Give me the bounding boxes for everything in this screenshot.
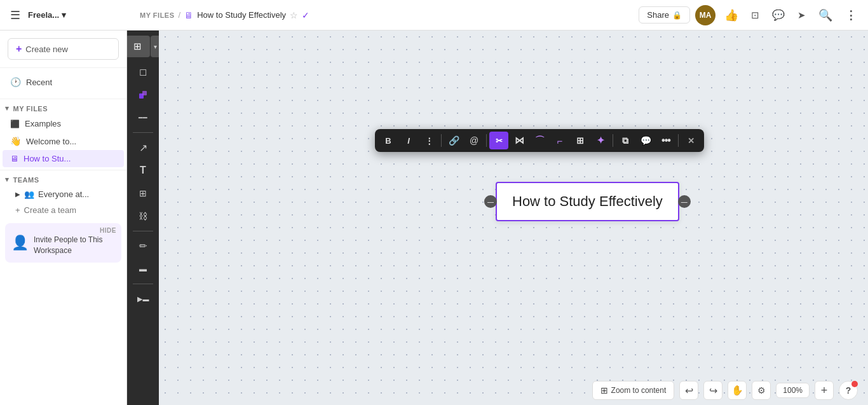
ft-italic-button[interactable]: I: [399, 132, 418, 149]
toolbar-arrow-tool[interactable]: ↗: [131, 137, 155, 158]
node-handle-right[interactable]: —: [678, 195, 691, 208]
toolbar-divider-3: [133, 284, 153, 284]
ft-curve-button[interactable]: ⌒: [530, 132, 549, 149]
toolbar-dropdown[interactable]: ▾: [151, 36, 159, 57]
toolbar-rect-tool[interactable]: ▬: [131, 258, 155, 280]
sidebar-item-create-team[interactable]: + Create a team: [0, 202, 126, 218]
hand-icon: ✋: [731, 385, 743, 396]
zoom-to-content-button[interactable]: ⊞ Zoom to content: [592, 381, 675, 400]
team-arrow: ▶: [15, 191, 20, 198]
zoom-plus-button[interactable]: +: [815, 381, 834, 400]
workspace-selector[interactable]: Freela... ▾: [28, 10, 66, 20]
recent-icon: 🕐: [10, 77, 21, 87]
redo-button[interactable]: ↪: [703, 381, 722, 400]
how-to-study-icon: 🖥: [10, 154, 18, 163]
toolbar-frame-tool[interactable]: ◻: [131, 61, 155, 83]
redo-icon: ↪: [709, 385, 717, 397]
ft-at-button[interactable]: @: [465, 132, 484, 149]
welcome-icon: 👋: [10, 136, 21, 146]
breadcrumb: MY FILES / 🖥 How to Study Effectively ☆ …: [140, 10, 634, 20]
node-handle-left[interactable]: —: [484, 195, 497, 208]
create-new-button[interactable]: + Create new: [8, 38, 119, 60]
toolbar-grid-tool[interactable]: ⊞: [131, 182, 155, 204]
sidebar-item-examples[interactable]: ⬛ Examples: [3, 115, 124, 132]
team-label: Everyone at...: [38, 189, 89, 199]
avatar[interactable]: MA: [695, 5, 715, 25]
team-icon: 👥: [24, 189, 34, 199]
comment-button[interactable]: 💬: [768, 6, 789, 24]
workspace-dropdown-icon: ▾: [62, 10, 66, 20]
create-team-label: Create a team: [24, 205, 76, 215]
ft-duplicate-button[interactable]: ⧉: [616, 132, 635, 149]
ft-link-button[interactable]: 🔗: [444, 132, 463, 149]
breadcrumb-file-icon: 🖥: [184, 10, 193, 20]
my-files-header[interactable]: ▾ MY FILES: [0, 102, 126, 115]
zoom-plus-icon: +: [821, 384, 828, 397]
hamburger-button[interactable]: ☰: [8, 6, 23, 25]
toolbar-shape-tool[interactable]: [131, 84, 155, 106]
ft-ai-button[interactable]: ✦: [591, 132, 610, 149]
ft-chat-button[interactable]: 💬: [636, 132, 655, 149]
ft-bold-button[interactable]: B: [379, 132, 398, 149]
help-question-icon: ?: [846, 385, 851, 395]
invite-avatar-icon: 👤: [11, 235, 29, 251]
toolbar-text-tool[interactable]: T: [131, 160, 155, 181]
how-to-study-label: How to Stu...: [24, 154, 71, 163]
ft-angle-button[interactable]: ⌐: [550, 132, 569, 149]
sidebar-item-recent[interactable]: 🕐 Recent: [3, 73, 124, 91]
sidebar-item-welcome[interactable]: 👋 Welcome to...: [3, 132, 124, 150]
canvas-area[interactable]: B I ⋮ 🔗 @ ✂ ⋈ ⌒ ⌐ ⊞ ✦ ⧉ 💬 ••• ✕ — How to…: [159, 31, 868, 405]
settings-button[interactable]: ⚙: [752, 381, 771, 400]
breadcrumb-title: How to Study Effectively: [197, 10, 286, 20]
ft-scissors-button[interactable]: ✂: [489, 132, 508, 149]
zoom-to-content-icon: ⊞: [600, 385, 608, 395]
ft-connect-button[interactable]: ⋈: [510, 132, 529, 149]
sidebar-item-how-to-study[interactable]: 🖥 How to Stu...: [3, 150, 124, 167]
like-button[interactable]: 👍: [721, 6, 742, 25]
share-button[interactable]: Share 🔒: [639, 6, 690, 24]
toolbar-link-tool[interactable]: ⛓: [131, 205, 155, 227]
workspace-name-label: Freela...: [28, 10, 59, 20]
floating-toolbar: B I ⋮ 🔗 @ ✂ ⋈ ⌒ ⌐ ⊞ ✦ ⧉ 💬 ••• ✕: [375, 129, 704, 152]
toolbar-divider-2: [133, 231, 153, 231]
teams-label: TEAMS: [13, 176, 39, 184]
examples-icon: ⬛: [10, 120, 20, 128]
toolbar-pen-tool[interactable]: ✏: [131, 235, 155, 257]
help-wrapper: ?: [839, 381, 858, 400]
teams-arrow: ▾: [5, 175, 10, 184]
bottom-bar: ⊞ Zoom to content ↩ ↪ ✋ ⚙ 100% + ?: [582, 376, 868, 405]
ft-divider-2: [486, 134, 487, 147]
left-toolbar: ⊞ ▾ ◻ ━━ ↗ T ⊞ ⛓ ✏ ▬ ▶▬: [127, 31, 159, 405]
breadcrumb-my-files[interactable]: MY FILES: [140, 11, 175, 19]
ft-ellipsis-button[interactable]: •••: [656, 132, 675, 149]
teams-header[interactable]: ▾ TEAMS: [0, 173, 126, 186]
sidebar-divider-1: [0, 99, 126, 99]
toolbar-line-tool[interactable]: ━━: [131, 107, 155, 128]
create-team-plus: +: [15, 205, 20, 215]
sidebar: + Create new 🕐 Recent ▾ MY FILES ⬛ Examp…: [0, 31, 127, 405]
share-label: Share: [647, 10, 669, 20]
recent-label: Recent: [26, 78, 52, 87]
lock-icon: 🔒: [672, 11, 682, 20]
breadcrumb-separator: /: [179, 10, 181, 20]
invite-hide-button[interactable]: HIDE: [100, 227, 116, 234]
present-button[interactable]: ⊡: [747, 7, 763, 24]
canvas-node[interactable]: How to Study Effectively: [496, 182, 679, 221]
more-button[interactable]: ⋮: [841, 6, 860, 25]
sidebar-item-everyone[interactable]: ▶ 👥 Everyone at...: [0, 186, 126, 202]
send-button[interactable]: ➤: [794, 7, 810, 24]
ft-grid-button[interactable]: ⊞: [571, 132, 590, 149]
star-icon[interactable]: ☆: [290, 10, 298, 20]
plus-icon: +: [16, 43, 22, 55]
undo-button[interactable]: ↩: [679, 381, 698, 400]
ft-close-button[interactable]: ✕: [681, 132, 700, 149]
invite-text: Invite People to This Workspace: [34, 235, 115, 256]
search-button[interactable]: 🔍: [815, 6, 836, 25]
toolbar-main-tool[interactable]: ⊞: [127, 36, 150, 57]
ft-divider-3: [613, 134, 613, 147]
hand-tool-button[interactable]: ✋: [728, 381, 747, 400]
toolbar-play-tool[interactable]: ▶▬: [131, 288, 155, 310]
zoom-to-content-label: Zoom to content: [611, 386, 667, 395]
ft-more-button[interactable]: ⋮: [419, 132, 438, 149]
sidebar-recent-section: 🕐 Recent: [0, 68, 126, 96]
